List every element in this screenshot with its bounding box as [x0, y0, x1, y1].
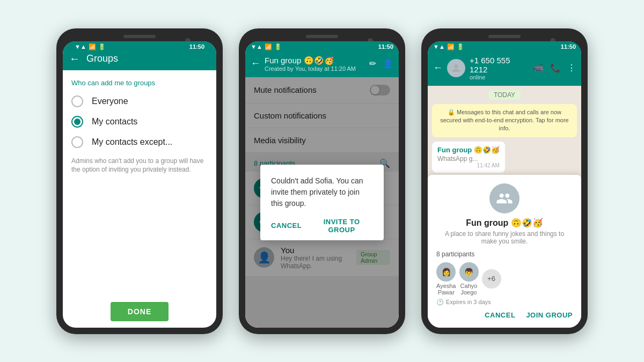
wifi-icon: ▼▲ — [75, 43, 86, 50]
avatars-row: 👩 AyeshaPawar 👦 CahyoJoego +6 — [436, 262, 573, 295]
phone-1-nav: ← Groups — [69, 53, 210, 65]
phone-1-content: Who can add me to groups Everyone My con… — [63, 70, 216, 295]
avatar-more: +6 — [482, 269, 501, 289]
phone-2-time: 11:50 — [378, 43, 393, 50]
bubble-sub: WhatsApp g... — [437, 155, 500, 162]
expires-row: 🕐 Expires in 3 days — [436, 299, 573, 306]
back-button[interactable]: ← — [69, 53, 80, 65]
signal-icon-2: 📶 — [265, 43, 272, 50]
phone-1-header: ▼▲ 📶 🔋 11:50 ← Groups — [63, 41, 216, 70]
phone-2-screen: ▼▲ 📶 🔋 11:50 ← Fun group 🙃🤣🥳 Created by … — [245, 41, 399, 328]
clock-icon: 🕐 — [436, 299, 444, 306]
avatar-cahyo: 👦 CahyoJoego — [459, 262, 479, 295]
dialog-actions: CANCEL INVITE TO GROUP — [271, 218, 373, 234]
contact-name: +1 650 555 1212 — [470, 56, 529, 74]
chat-content: TODAY 🔒 Messages to this chat and calls … — [428, 86, 581, 328]
bubble-title: Fun group 🙃🤣🥳 — [437, 146, 500, 154]
contact-status: online — [470, 74, 529, 80]
invite-actions: CANCEL JOIN GROUP — [436, 311, 573, 319]
phone-3-status-bar: ▼▲ 📶 🔋 11:50 — [428, 41, 581, 53]
phone-3: ▼▲ 📶 🔋 11:50 ← +1 650 555 1212 online — [421, 28, 588, 334]
contact-info: +1 650 555 1212 online — [470, 56, 529, 80]
more-options-icon[interactable]: ⋮ — [567, 63, 576, 73]
group-invite-bubble[interactable]: Fun group 🙃🤣🥳 WhatsApp g... 11:42 AM — [432, 142, 505, 173]
video-call-icon[interactable]: 📹 — [533, 63, 544, 73]
dialog-cancel-button[interactable]: CANCEL — [271, 218, 302, 234]
phone-3-nav: ← +1 650 555 1212 online 📹 📞 ⋮ — [428, 53, 581, 86]
wifi-icon-3: ▼▲ — [433, 43, 445, 50]
phone-3-speaker — [488, 35, 521, 38]
phone-2-group-name: Fun group 🙃🤣🥳 — [265, 56, 365, 65]
phone-2: ▼▲ 📶 🔋 11:50 ← Fun group 🙃🤣🥳 Created by … — [239, 28, 405, 334]
invite-card-group-desc: A place to share funny jokes and things … — [436, 230, 573, 245]
radio-mycontacts-except[interactable]: My contacts except... — [71, 136, 208, 148]
dialog-overlay: Couldn't add Sofia. You can invite them … — [245, 77, 399, 328]
system-message[interactable]: 🔒 Messages to this chat and calls are no… — [432, 104, 577, 137]
phone-3-header-icons: 📹 📞 ⋮ — [533, 63, 576, 73]
radio-everyone[interactable]: Everyone — [71, 95, 208, 107]
expires-label: Expires in 3 days — [446, 299, 491, 305]
phone-2-header: ▼▲ 📶 🔋 11:50 ← Fun group 🙃🤣🥳 Created by … — [245, 41, 399, 77]
done-button[interactable]: DONE — [111, 302, 169, 321]
phone-1: ▼▲ 📶 🔋 11:50 ← Groups Who can add me to … — [56, 28, 223, 334]
join-group-button[interactable]: JOIN GROUP — [526, 311, 573, 319]
voice-call-icon[interactable]: 📞 — [550, 63, 561, 73]
invite-card-group-title: Fun group 🙃🤣🥳 — [436, 218, 573, 228]
section-label: Who can add me to groups — [71, 79, 208, 87]
invite-cancel-button[interactable]: CANCEL — [485, 311, 515, 319]
phone-1-time: 11:50 — [189, 43, 204, 50]
radio-label-everyone: Everyone — [92, 97, 128, 106]
page-title: Groups — [86, 53, 118, 64]
invite-card: Fun group 🙃🤣🥳 A place to share funny jok… — [428, 175, 581, 328]
avatar-ayesha: 👩 AyeshaPawar — [436, 262, 456, 295]
phone-1-status-bar: ▼▲ 📶 🔋 11:50 — [69, 41, 210, 53]
avatar-label-ayesha: AyeshaPawar — [436, 283, 456, 295]
edit-icon[interactable]: ✏ — [369, 58, 376, 69]
signal-icon: 📶 — [89, 43, 96, 50]
helper-text: Admins who can't add you to a group will… — [71, 157, 208, 175]
phone-1-speaker — [123, 35, 156, 38]
phone-2-back-button[interactable]: ← — [251, 58, 260, 69]
phone-2-content: Mute notifications Custom notifications … — [245, 77, 399, 328]
phone-2-nav: ← Fun group 🙃🤣🥳 Created by You, today at… — [245, 53, 399, 77]
mini-avatar-ayesha: 👩 — [436, 262, 456, 282]
dialog-invite-button[interactable]: INVITE TO GROUP — [310, 218, 373, 234]
battery-icon: 🔋 — [98, 43, 106, 50]
battery-icon-2: 🔋 — [274, 43, 282, 50]
phone-2-speaker — [306, 35, 338, 38]
phone-3-header: ▼▲ 📶 🔋 11:50 ← +1 650 555 1212 online — [428, 41, 581, 86]
phone-2-group-sub: Created by You, today at 11:20 AM — [265, 65, 365, 72]
dialog-box: Couldn't add Sofia. You can invite them … — [260, 165, 384, 240]
phone-1-screen: ▼▲ 📶 🔋 11:50 ← Groups Who can add me to … — [63, 41, 216, 328]
radio-label-mycontacts: My contacts — [92, 117, 137, 127]
battery-icon-3: 🔋 — [457, 43, 464, 50]
phone-2-status-bar: ▼▲ 📶 🔋 11:50 — [245, 41, 399, 53]
avatar-label-cahyo: CahyoJoego — [460, 283, 478, 295]
invite-card-participants-count: 8 participants — [436, 250, 573, 258]
radio-circle-everyone[interactable] — [71, 95, 83, 107]
dialog-text: Couldn't add Sofia. You can invite them … — [271, 175, 373, 209]
phone-2-header-icons: ✏ 👤 — [369, 58, 393, 69]
signal-icon-3: 📶 — [447, 43, 455, 50]
contact-avatar — [447, 59, 465, 77]
radio-circle-mycontacts-except[interactable] — [71, 136, 83, 148]
radio-mycontacts[interactable]: My contacts — [71, 116, 208, 128]
add-participant-icon[interactable]: 👤 — [383, 58, 393, 69]
phone-3-back-button[interactable]: ← — [433, 62, 443, 73]
wifi-icon-2: ▼▲ — [251, 43, 262, 50]
radio-circle-mycontacts[interactable] — [71, 116, 83, 128]
radio-label-mycontacts-except: My contacts except... — [92, 137, 172, 147]
mini-avatar-cahyo: 👦 — [459, 262, 479, 282]
phones-container: ▼▲ 📶 🔋 11:50 ← Groups Who can add me to … — [46, 18, 598, 345]
phone-3-time: 11:50 — [561, 43, 576, 50]
phone-2-group-info: Fun group 🙃🤣🥳 Created by You, today at 1… — [265, 56, 365, 72]
bubble-time: 11:42 AM — [437, 162, 500, 168]
today-label: TODAY — [488, 90, 521, 100]
phone-3-screen: ▼▲ 📶 🔋 11:50 ← +1 650 555 1212 online — [428, 41, 581, 328]
invite-card-group-icon — [489, 183, 519, 213]
